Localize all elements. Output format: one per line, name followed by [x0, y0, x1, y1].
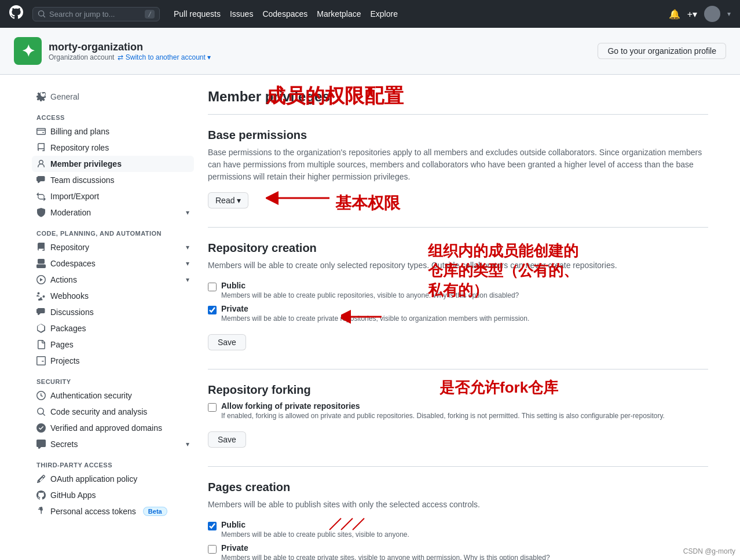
- org-type: Organization account ⇄ Switch to another…: [49, 53, 211, 61]
- public-repo-checkbox[interactable]: [208, 283, 217, 291]
- base-perm-dropdown-wrap: Read ▾: [208, 192, 248, 208]
- sidebar-item-billing[interactable]: Billing and plans: [32, 123, 194, 140]
- sidebar-general-label[interactable]: General: [50, 92, 79, 101]
- sidebar-item-projects[interactable]: Projects: [32, 353, 194, 369]
- sidebar-auth-security-label: Authentication security: [50, 391, 132, 400]
- sidebar-general[interactable]: General: [32, 89, 194, 105]
- sidebar-item-packages[interactable]: Packages: [32, 320, 194, 336]
- sidebar-actions-label: Actions: [50, 275, 77, 284]
- org-name: morty-organization: [49, 41, 211, 53]
- pages-public-info: Public Members will be able to create pu…: [221, 520, 409, 539]
- repo-creation-save-button[interactable]: Save: [208, 334, 246, 350]
- repo-forking-save-button[interactable]: Save: [208, 431, 246, 448]
- sidebar-item-import-export[interactable]: Import/Export: [32, 188, 194, 204]
- divider-1: [208, 227, 708, 228]
- sidebar-item-oauth[interactable]: OAuth application policy: [32, 471, 194, 487]
- fork-checkbox-row: Allow forking of private repositories If…: [208, 401, 708, 420]
- fork-desc: If enabled, forking is allowed on privat…: [221, 412, 665, 420]
- sidebar-import-export-label: Import/Export: [50, 192, 99, 201]
- sidebar-packages-label: Packages: [50, 324, 86, 333]
- sidebar-item-codespaces[interactable]: Codespaces ▾: [32, 255, 194, 272]
- sidebar-item-repo-roles[interactable]: Repository roles: [32, 140, 194, 156]
- sidebar-third-party-title: Third-party Access: [32, 457, 194, 471]
- main-content: Member privileges 成员的权限配置 Base permissio…: [208, 89, 708, 560]
- nav-issues[interactable]: Issues: [230, 9, 253, 19]
- fork-checkbox[interactable]: [208, 403, 217, 412]
- sidebar-repo-roles-label: Repository roles: [50, 143, 109, 152]
- base-permissions-dropdown[interactable]: Read ▾: [208, 192, 248, 208]
- page-title: Member privileges: [208, 89, 708, 115]
- base-permissions-section: Base permissions Base permissions to the…: [208, 129, 708, 208]
- org-logo: ✦: [14, 37, 42, 65]
- sidebar-repository-label: Repository: [50, 243, 89, 252]
- sidebar-item-member-privileges[interactable]: Member privileges: [32, 156, 194, 172]
- sidebar-item-actions[interactable]: Actions ▾: [32, 272, 194, 288]
- private-checkbox-row: Private Members will be able to create p…: [208, 304, 708, 323]
- pages-private-checkbox[interactable]: [208, 545, 217, 554]
- search-input[interactable]: Search or jump to... /: [32, 7, 160, 21]
- avatar-caret[interactable]: ▾: [727, 10, 731, 18]
- switch-account-link[interactable]: ⇄ Switch to another account ▾: [118, 53, 211, 61]
- sidebar-item-moderation[interactable]: Moderation ▾: [32, 204, 194, 221]
- nav-marketplace[interactable]: Marketplace: [317, 9, 361, 19]
- repo-creation-title: Repository creation: [208, 241, 708, 255]
- sidebar-discussions-label: Discussions: [50, 308, 94, 317]
- public-repo-label[interactable]: Public: [221, 281, 246, 290]
- sidebar-webhooks-label: Webhooks: [50, 291, 89, 301]
- repository-chevron-icon: ▾: [186, 243, 189, 251]
- nav-codespaces[interactable]: Codespaces: [262, 9, 307, 19]
- sidebar-security-title: Security: [32, 374, 194, 387]
- plus-icon[interactable]: +▾: [687, 9, 697, 20]
- sidebar-github-apps-label: GitHub Apps: [50, 491, 96, 500]
- sidebar-item-secrets[interactable]: Secrets ▾: [32, 436, 194, 452]
- pages-private-label[interactable]: Private: [221, 543, 248, 552]
- sidebar-item-team-discussions[interactable]: Team discussions: [32, 172, 194, 188]
- sidebar-item-code-security[interactable]: Code security and analysis: [32, 404, 194, 420]
- sidebar-member-priv-label: Member privileges: [50, 159, 122, 169]
- github-logo[interactable]: [9, 5, 23, 23]
- page-title-area: Member privileges 成员的权限配置: [208, 89, 708, 115]
- notification-bell-icon[interactable]: 🔔: [669, 9, 680, 20]
- sidebar-item-discussions[interactable]: Discussions: [32, 304, 194, 320]
- dropdown-label: Read: [215, 196, 235, 205]
- sidebar-planning-title: Code, planning, and automation: [32, 225, 194, 239]
- fork-label[interactable]: Allow forking of private repositories: [221, 401, 360, 411]
- repo-creation-desc: Members will be able to create only sele…: [208, 259, 708, 272]
- pages-public-label[interactable]: Public: [221, 520, 246, 529]
- pages-private-checkbox-row: Private Members will be able to create p…: [208, 543, 708, 560]
- sidebar-billing-label: Billing and plans: [50, 127, 109, 136]
- divider-3: [208, 466, 708, 467]
- sidebar-secrets-label: Secrets: [50, 440, 78, 449]
- private-repo-label[interactable]: Private: [221, 304, 248, 313]
- public-checkbox-row: Public Members will be able to create pu…: [208, 281, 708, 299]
- sidebar-verified-domains-label: Verified and approved domains: [50, 423, 162, 433]
- moderation-chevron-icon: ▾: [186, 208, 189, 217]
- sidebar-item-pages[interactable]: Pages: [32, 336, 194, 353]
- secrets-chevron-icon: ▾: [186, 440, 189, 448]
- org-profile-button[interactable]: Go to your organization profile: [598, 43, 726, 59]
- sidebar-item-auth-security[interactable]: Authentication security: [32, 387, 194, 404]
- search-placeholder: Search or jump to...: [49, 10, 115, 19]
- main-layout: General Access Billing and plans Reposit…: [23, 75, 717, 560]
- public-repo-desc: Members will be able to create public re…: [221, 291, 519, 299]
- nav-pull-requests[interactable]: Pull requests: [174, 9, 221, 19]
- sidebar-item-repository[interactable]: Repository ▾: [32, 239, 194, 255]
- repo-forking-title: Repository forking: [208, 383, 708, 397]
- sidebar-item-verified-domains[interactable]: Verified and approved domains: [32, 420, 194, 436]
- pages-public-checkbox[interactable]: [208, 522, 217, 530]
- base-permissions-desc: Base permissions to the organization's r…: [208, 147, 708, 183]
- sidebar-code-security-label: Code security and analysis: [50, 407, 147, 416]
- sidebar-oauth-label: OAuth application policy: [50, 474, 137, 484]
- sidebar-codespaces-label: Codespaces: [50, 259, 96, 268]
- sidebar-moderation-label: Moderation: [50, 208, 91, 217]
- repo-forking-section: Repository forking Allow forking of priv…: [208, 383, 708, 448]
- sidebar-pages-label: Pages: [50, 340, 74, 349]
- private-repo-checkbox[interactable]: [208, 306, 217, 314]
- sidebar-item-github-apps[interactable]: GitHub Apps: [32, 487, 194, 503]
- public-repo-info: Public Members will be able to create pu…: [221, 281, 519, 299]
- nav-explore[interactable]: Explore: [371, 9, 398, 19]
- search-kbd: /: [145, 10, 155, 19]
- avatar[interactable]: [704, 6, 720, 22]
- sidebar-item-personal-tokens[interactable]: Personal access tokens Beta: [32, 503, 194, 519]
- sidebar-item-webhooks[interactable]: Webhooks: [32, 288, 194, 304]
